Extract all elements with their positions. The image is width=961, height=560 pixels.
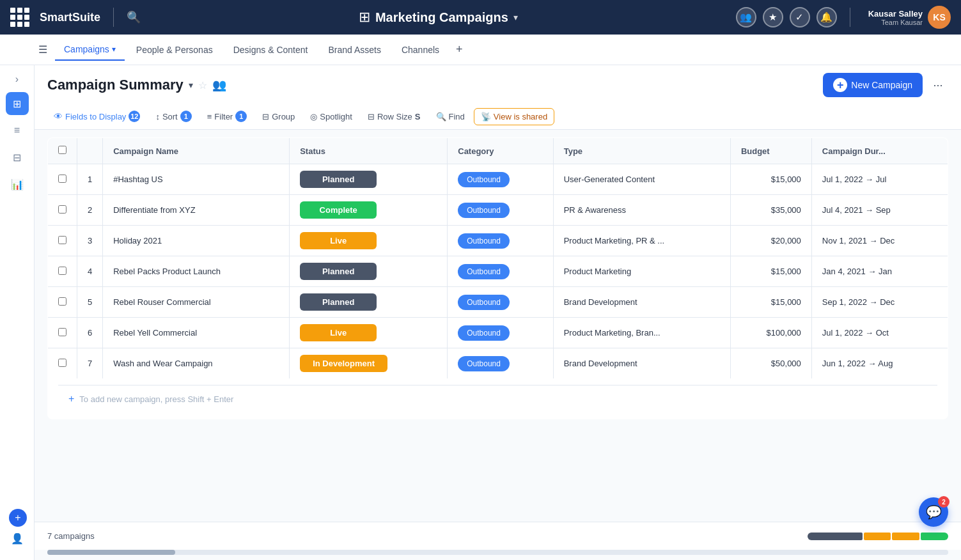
col-header-category[interactable]: Category bbox=[448, 138, 553, 164]
table-row[interactable]: 2 Differentiate from XYZ Complete Outbou… bbox=[48, 195, 948, 226]
people-nav-icon[interactable]: 👥 bbox=[736, 7, 756, 27]
user-name: Kausar Salley bbox=[868, 9, 923, 19]
category-badge: Outbound bbox=[458, 325, 510, 341]
row-campaign-name: Rebel Rouser Commercial bbox=[103, 287, 290, 318]
row-status: In Development bbox=[290, 348, 448, 379]
table-row[interactable]: 7 Wash and Wear Campaign In Development … bbox=[48, 348, 948, 379]
spotlight-button[interactable]: ◎ Spotlight bbox=[304, 109, 359, 125]
row-checkbox-cell bbox=[48, 256, 77, 287]
share-icon[interactable]: 👥 bbox=[212, 78, 226, 92]
row-checkbox[interactable] bbox=[58, 175, 66, 183]
row-checkbox[interactable] bbox=[58, 267, 66, 275]
status-badge: Planned bbox=[300, 263, 377, 280]
row-duration: Jan 4, 2021 → Jan bbox=[811, 256, 948, 287]
bell-nav-icon[interactable]: 🔔 bbox=[816, 7, 837, 27]
row-budget: $100,000 bbox=[730, 318, 811, 348]
row-status: Planned bbox=[290, 256, 448, 287]
row-budget: $20,000 bbox=[730, 226, 811, 256]
nav-divider bbox=[113, 8, 114, 27]
table-row[interactable]: 3 Holiday 2021 Live Outbound Product Mar… bbox=[48, 226, 948, 256]
sidebar-add-button[interactable]: + bbox=[9, 509, 27, 527]
view-shared-icon: 📡 bbox=[481, 112, 491, 121]
table-row[interactable]: 4 Rebel Packs Product Launch Planned Out… bbox=[48, 256, 948, 287]
filter-count-badge: 1 bbox=[235, 111, 247, 122]
row-checkbox[interactable] bbox=[58, 328, 66, 336]
row-status: Planned bbox=[290, 287, 448, 318]
star-nav-icon[interactable]: ★ bbox=[763, 7, 783, 27]
sort-count-badge: 1 bbox=[180, 111, 192, 122]
content-area: Campaign Summary ▾ ☆ 👥 + New Campaign ··… bbox=[35, 65, 961, 560]
row-category: Outbound bbox=[448, 287, 553, 318]
page-title-area: Campaign Summary ▾ ☆ 👥 bbox=[47, 77, 226, 93]
row-checkbox[interactable] bbox=[58, 359, 66, 367]
col-header-budget[interactable]: Budget bbox=[730, 138, 811, 164]
menu-icon[interactable]: ☰ bbox=[38, 43, 47, 56]
tab-campaigns[interactable]: Campaigns ▾ bbox=[55, 39, 125, 61]
user-team: Team Kausar bbox=[868, 19, 923, 26]
col-header-status[interactable]: Status bbox=[290, 138, 448, 164]
status-badge: In Development bbox=[300, 355, 387, 372]
table-row[interactable]: 5 Rebel Rouser Commercial Planned Outbou… bbox=[48, 287, 948, 318]
col-header-duration[interactable]: Campaign Dur... bbox=[811, 138, 948, 164]
scrollbar-thumb[interactable] bbox=[47, 550, 175, 555]
brand-logo[interactable]: SmartSuite bbox=[40, 11, 100, 24]
filter-icon: ≡ bbox=[207, 112, 212, 121]
chat-fab[interactable]: 💬 2 bbox=[919, 497, 948, 527]
add-tab-icon[interactable]: + bbox=[451, 40, 468, 59]
row-checkbox[interactable] bbox=[58, 236, 66, 244]
row-type: Brand Development bbox=[553, 287, 730, 318]
tabs-bar: ☰ Campaigns ▾ People & Personas Designs … bbox=[0, 35, 961, 65]
table-header-row: Campaign Name Status Category Type Budge… bbox=[48, 138, 948, 164]
filter-button[interactable]: ≡ Filter 1 bbox=[201, 107, 253, 125]
status-badge: Live bbox=[300, 232, 377, 249]
status-bar-segment bbox=[808, 533, 863, 540]
apps-grid-icon[interactable] bbox=[10, 8, 29, 27]
person-sidebar-icon[interactable]: 👤 bbox=[6, 527, 29, 550]
sidebar-toggle-icon[interactable]: › bbox=[8, 70, 26, 88]
more-options-button[interactable]: ··· bbox=[928, 75, 948, 95]
app-title-dropdown-icon[interactable]: ▾ bbox=[513, 12, 518, 22]
chart-sidebar-icon[interactable]: 📊 bbox=[6, 173, 29, 196]
page-title-dropdown-icon[interactable]: ▾ bbox=[189, 80, 193, 90]
tab-designs-content[interactable]: Designs & Content bbox=[224, 40, 317, 60]
row-checkbox-cell bbox=[48, 287, 77, 318]
row-checkbox[interactable] bbox=[58, 297, 66, 306]
view-shared-button[interactable]: 📡 View is shared bbox=[474, 108, 554, 125]
tab-people-personas[interactable]: People & Personas bbox=[127, 40, 222, 60]
table-row[interactable]: 6 Rebel Yell Commercial Live Outbound Pr… bbox=[48, 318, 948, 348]
bottom-bar: 7 campaigns bbox=[35, 522, 961, 550]
group-button[interactable]: ⊟ Group bbox=[256, 109, 301, 125]
fab-badge: 2 bbox=[938, 496, 949, 508]
layout-sidebar-icon[interactable]: ⊟ bbox=[6, 146, 29, 169]
tab-channels[interactable]: Channels bbox=[393, 40, 448, 60]
sort-button[interactable]: ↕ Sort 1 bbox=[149, 107, 198, 125]
add-row-plus-icon[interactable]: + bbox=[68, 393, 74, 405]
favorite-star-icon[interactable]: ☆ bbox=[198, 79, 207, 91]
tab-brand-assets[interactable]: Brand Assets bbox=[319, 40, 390, 60]
table-row[interactable]: 1 #Hashtag US Planned Outbound User-Gene… bbox=[48, 164, 948, 195]
tab-campaigns-dropdown-icon[interactable]: ▾ bbox=[112, 45, 116, 54]
new-campaign-button[interactable]: + New Campaign bbox=[823, 73, 923, 97]
col-header-campaign-name[interactable]: Campaign Name bbox=[103, 138, 290, 164]
fields-to-display-button[interactable]: 👁 Fields to Display 12 bbox=[47, 107, 146, 125]
row-size-button[interactable]: ⊟ Row Size S bbox=[361, 109, 427, 125]
bar-chart-sidebar-icon[interactable]: ≡ bbox=[6, 119, 29, 142]
row-status: Planned bbox=[290, 164, 448, 195]
avatar[interactable]: KS bbox=[928, 6, 951, 29]
col-header-type[interactable]: Type bbox=[553, 138, 730, 164]
row-size-value: S bbox=[415, 112, 421, 121]
app-title: Marketing Campaigns bbox=[375, 10, 508, 25]
search-icon[interactable]: 🔍 bbox=[127, 10, 141, 24]
check-nav-icon[interactable]: ✓ bbox=[790, 7, 810, 27]
row-type: Product Marketing, Bran... bbox=[553, 318, 730, 348]
nav-divider-2 bbox=[850, 8, 850, 27]
bottom-scrollbar[interactable] bbox=[47, 550, 948, 555]
page-header: Campaign Summary ▾ ☆ 👥 + New Campaign ··… bbox=[35, 65, 961, 130]
category-badge: Outbound bbox=[458, 264, 510, 279]
spotlight-icon: ◎ bbox=[310, 112, 317, 121]
find-button[interactable]: 🔍 Find bbox=[430, 109, 471, 125]
select-all-checkbox[interactable] bbox=[58, 146, 66, 154]
grid-view-sidebar-icon[interactable]: ⊞ bbox=[6, 92, 29, 115]
row-checkbox[interactable] bbox=[58, 205, 66, 214]
new-campaign-plus-icon: + bbox=[833, 78, 847, 92]
